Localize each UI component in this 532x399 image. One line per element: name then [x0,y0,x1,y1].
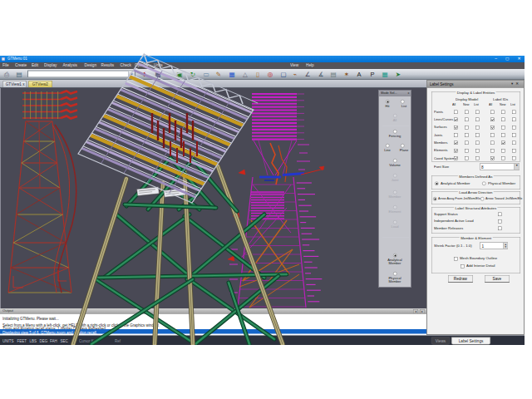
menu-units[interactable]: Units [154,64,163,68]
mode-radio[interactable] [393,114,397,117]
attr-checkbox[interactable] [498,219,502,224]
screen-icon[interactable]: ▭ [201,70,211,79]
entity-checkbox[interactable] [490,141,495,145]
tab-gtview1[interactable]: GTView1 x [2,81,27,87]
mode-radio[interactable] [393,174,397,177]
angle-icon[interactable]: ∠ [303,70,313,79]
entity-checkbox[interactable] [475,149,480,153]
attr-checkbox[interactable] [498,227,502,231]
print-icon[interactable]: ⎙ [2,70,12,79]
entity-checkbox[interactable] [512,126,516,130]
entity-checkbox[interactable] [490,126,495,130]
minimize-button[interactable]: – [495,57,497,62]
entity-checkbox[interactable] [512,141,516,145]
mode-radio[interactable] [393,272,397,275]
tab-gtview2[interactable]: GTView2 [28,81,52,87]
entity-checkbox[interactable] [501,118,505,122]
member-icon[interactable]: ✶ [342,70,352,79]
target-icon[interactable]: ◎ [265,70,275,79]
mode-radio[interactable] [393,190,397,194]
entity-checkbox[interactable] [512,149,516,153]
preview-icon[interactable]: ▤ [14,70,24,79]
entity-checkbox[interactable] [475,126,480,130]
entity-checkbox[interactable] [465,126,469,130]
mode-panel-close-icon[interactable]: x [408,91,410,96]
menu-options[interactable]: Options [135,64,148,68]
compass-icon[interactable]: △ [240,70,250,79]
output-scroll-right-icon[interactable]: ► [420,309,425,313]
font-size-dropdown-icon[interactable]: ▼ [515,164,520,170]
mode-radio[interactable] [386,100,389,103]
entity-checkbox[interactable] [490,118,495,122]
menu-results[interactable]: Results [101,64,115,68]
entity-checkbox[interactable] [501,126,505,130]
draw-icon[interactable]: ✎ [214,70,224,79]
menu-view[interactable]: View [290,64,298,68]
mode-radio[interactable] [401,100,404,103]
mode-radio[interactable] [393,220,397,224]
mesh-boundary-checkbox[interactable] [454,257,458,261]
menu-check[interactable]: Check [120,64,131,68]
mode-radio[interactable] [401,144,404,147]
tile-windows-icon[interactable]: ▦ [153,70,163,79]
entity-checkbox[interactable] [454,110,458,114]
pan-icon[interactable]: ▯ [253,70,263,79]
entity-checkbox[interactable] [465,118,469,122]
entity-checkbox[interactable] [454,133,458,137]
import-icon[interactable]: ⬇ [140,70,150,79]
entity-checkbox[interactable] [454,156,458,160]
entity-checkbox[interactable] [454,126,458,130]
maximize-button[interactable]: ▢ [505,57,510,62]
entity-checkbox[interactable] [475,141,480,145]
entity-checkbox[interactable] [501,133,505,137]
menu-create[interactable]: Create [15,64,27,68]
monitor-icon[interactable]: ▢ [278,70,288,79]
mode-radio[interactable] [393,205,397,209]
close-button[interactable]: ✕ [517,57,520,62]
menu-help[interactable]: Help [306,64,314,68]
select-icon[interactable]: ➤ [393,70,403,79]
entity-checkbox[interactable] [465,141,469,145]
entity-checkbox[interactable] [501,149,505,153]
new-view-icon[interactable]: ▣ [175,70,185,79]
erase-icon[interactable]: ⌁ [290,70,300,79]
combo-dropdown-icon[interactable]: ▼ [128,71,135,77]
entity-checkbox[interactable] [475,110,480,114]
entity-checkbox[interactable] [512,156,516,160]
entity-checkbox[interactable] [465,133,469,137]
entity-checkbox[interactable] [512,110,516,114]
entity-checkbox[interactable] [475,133,480,137]
menu-display[interactable]: Display [44,64,57,68]
panel-close-icon[interactable]: ✕ [515,81,521,86]
add-interior-checkbox[interactable] [461,264,465,268]
entity-checkbox[interactable] [475,118,480,122]
entity-checkbox[interactable] [454,118,458,122]
entity-checkbox[interactable] [454,141,458,145]
menu-file[interactable]: File [2,64,9,68]
shrink-factor-input[interactable]: 1▲▼ [480,243,508,249]
font-size-select[interactable]: 8▼ [480,164,520,170]
notepad-icon[interactable]: ▤ [328,70,338,79]
save-button[interactable]: Save [485,275,510,283]
dock-tab-label-settings[interactable]: Label Settings [451,337,490,345]
graphics-canvas[interactable] [0,88,426,308]
entity-checkbox[interactable] [512,133,516,137]
entity-checkbox[interactable] [490,110,495,114]
entity-checkbox[interactable] [501,156,505,160]
refresh-icon[interactable]: ↻ [188,70,198,79]
menu-edit[interactable]: Edit [32,64,38,68]
label-a-icon[interactable]: A [354,70,364,79]
redraw-button[interactable]: Redraw [448,275,473,283]
entity-checkbox[interactable] [465,110,469,114]
mode-radio[interactable] [393,159,397,162]
entity-checkbox[interactable] [501,141,505,145]
entity-checkbox[interactable] [490,133,495,137]
grid-icon[interactable]: ▦ [227,70,237,79]
label-p-icon[interactable]: P [367,70,377,79]
entity-checkbox[interactable] [490,149,495,153]
shrink-spinner[interactable]: ▲▼ [504,243,508,249]
mode-radio[interactable] [393,130,397,133]
entity-checkbox[interactable] [501,110,505,114]
rotate-angle-icon[interactable]: ∡ [316,70,326,79]
output-scroll-left-icon[interactable]: ◄ [413,309,418,313]
